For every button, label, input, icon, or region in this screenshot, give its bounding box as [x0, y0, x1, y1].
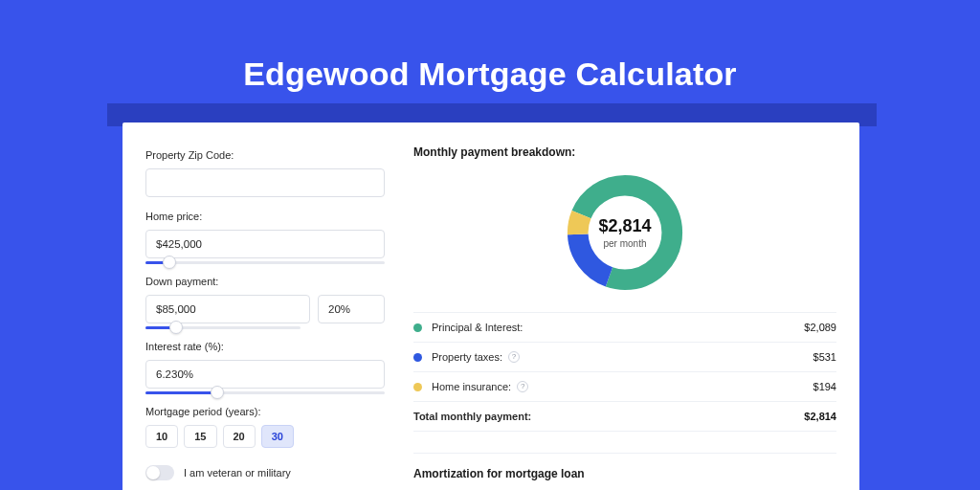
calculator-card: Property Zip Code: Home price: Down paym…: [122, 122, 859, 490]
legend-dot-icon: [413, 383, 422, 391]
info-icon[interactable]: ?: [517, 381, 528, 392]
legend-row-0: Principal & Interest:$2,089: [413, 313, 836, 343]
mortgage-period-label: Mortgage period (years):: [145, 406, 385, 417]
home-price-slider[interactable]: [145, 256, 385, 268]
breakdown-column: Monthly payment breakdown: $2,814 per mo…: [408, 145, 836, 490]
form-column: Property Zip Code: Home price: Down paym…: [145, 145, 385, 490]
interest-rate-input[interactable]: [145, 360, 385, 389]
payment-donut-chart: $2,814 per month: [563, 170, 687, 295]
legend-value: $2,089: [804, 322, 836, 333]
page-title: Edgewood Mortgage Calculator: [0, 56, 980, 93]
interest-rate-label: Interest rate (%):: [145, 341, 385, 352]
home-price-input[interactable]: [145, 230, 385, 258]
legend-label: Property taxes:: [432, 351, 502, 363]
period-option-10[interactable]: 10: [145, 425, 178, 448]
veteran-toggle[interactable]: [145, 465, 174, 480]
down-payment-slider[interactable]: [145, 322, 301, 333]
period-option-20[interactable]: 20: [223, 425, 256, 448]
breakdown-title: Monthly payment breakdown:: [413, 145, 836, 159]
legend-value: $531: [813, 351, 836, 363]
legend-dot-icon: [413, 323, 422, 332]
legend-total-value: $2,814: [804, 411, 836, 422]
amortization-title: Amortization for mortgage loan: [413, 467, 836, 480]
down-payment-label: Down payment:: [145, 276, 385, 287]
period-option-15[interactable]: 15: [184, 425, 216, 448]
down-payment-input[interactable]: [145, 295, 310, 323]
legend-row-1: Property taxes:?$531: [413, 343, 836, 372]
zip-label: Property Zip Code:: [145, 149, 385, 161]
down-payment-percent-input[interactable]: [318, 295, 385, 323]
interest-rate-slider[interactable]: [145, 387, 385, 398]
home-price-label: Home price:: [145, 211, 385, 222]
zip-input[interactable]: [145, 168, 385, 197]
legend-value: $194: [813, 381, 836, 392]
veteran-toggle-label: I am veteran or military: [184, 467, 291, 479]
mortgage-period-group: 10152030: [145, 425, 385, 448]
legend-row-total: Total monthly payment:$2,814: [413, 402, 836, 432]
donut-center-sublabel: per month: [603, 238, 646, 249]
period-option-30[interactable]: 30: [261, 425, 294, 448]
donut-center-amount: $2,814: [598, 216, 651, 236]
legend-row-2: Home insurance:?$194: [413, 372, 836, 402]
legend-label: Home insurance:: [432, 381, 511, 392]
amortization-section: Amortization for mortgage loan Amortizat…: [413, 453, 836, 490]
legend-total-label: Total monthly payment:: [413, 411, 531, 422]
breakdown-legend: Principal & Interest:$2,089Property taxe…: [413, 312, 836, 432]
legend-label: Principal & Interest:: [432, 322, 523, 333]
info-icon[interactable]: ?: [508, 351, 520, 363]
legend-dot-icon: [413, 353, 422, 362]
